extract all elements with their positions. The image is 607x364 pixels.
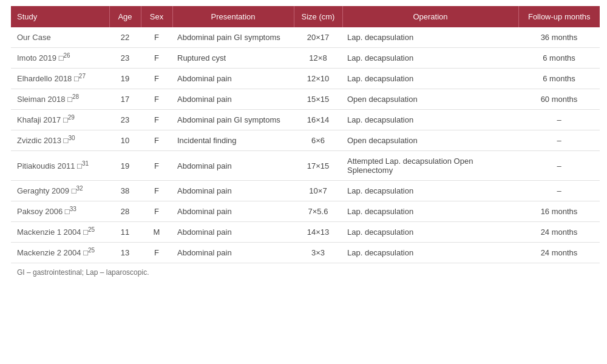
cell-followup: 16 months [518, 201, 600, 222]
cell-followup: 6 months [518, 48, 600, 69]
cell-followup: – [518, 151, 600, 181]
cell-study: Paksoy 2006 □33 [11, 201, 109, 222]
cell-presentation: Abdominal pain [172, 89, 294, 110]
cell-operation: Lap. decapsulation [342, 27, 518, 48]
cell-study: Imoto 2019 □26 [11, 48, 109, 69]
cell-followup: 6 months [518, 69, 600, 89]
cell-operation: Attempted Lap. decapsulation Open Splene… [342, 151, 518, 181]
cell-operation: Open decapsulation [342, 130, 518, 151]
cell-followup: 24 months [518, 222, 600, 243]
cell-size: 20×17 [294, 27, 342, 48]
cell-age: 23 [109, 110, 141, 130]
header-study: Study [11, 6, 109, 27]
cell-operation: Lap. decapsulation [342, 201, 518, 222]
cell-size: 14×13 [294, 222, 342, 243]
cell-followup: – [518, 181, 600, 201]
cell-study: Geraghty 2009 □32 [11, 181, 109, 201]
cell-presentation: Abdominal pain GI symptoms [172, 110, 294, 130]
table-footnote: GI – gastrointestinal; Lap – laparoscopi… [11, 263, 596, 279]
cell-sex: F [141, 130, 172, 151]
cell-followup: – [518, 130, 600, 151]
cell-sex: F [141, 27, 172, 48]
cell-age: 19 [109, 69, 141, 89]
cell-age: 19 [109, 151, 141, 181]
cell-sex: M [141, 222, 172, 243]
header-sex: Sex [141, 6, 172, 27]
header-size: Size (cm) [294, 6, 342, 27]
cell-sex: F [141, 48, 172, 69]
data-table: Study Age Sex Presentation Size (cm) Ope… [11, 6, 600, 263]
cell-operation: Lap. decapsulation [342, 48, 518, 69]
cell-study: Pitiakoudis 2011 □31 [11, 151, 109, 181]
table-row: Elhardello 2018 □2719FAbdominal pain12×1… [11, 69, 600, 89]
cell-followup: 36 months [518, 27, 600, 48]
table-row: Pitiakoudis 2011 □3119FAbdominal pain17×… [11, 151, 600, 181]
header-followup: Follow-up months [518, 6, 600, 27]
cell-study: Sleiman 2018 □28 [11, 89, 109, 110]
cell-size: 12×10 [294, 69, 342, 89]
cell-presentation: Abdominal pain [172, 201, 294, 222]
cell-age: 10 [109, 130, 141, 151]
cell-sex: F [141, 181, 172, 201]
table-row: Mackenzie 1 2004 □2511MAbdominal pain14×… [11, 222, 600, 243]
table-row: Imoto 2019 □2623FRuptured cyst12×8Lap. d… [11, 48, 600, 69]
header-presentation: Presentation [172, 6, 294, 27]
cell-presentation: Abdominal pain [172, 151, 294, 181]
cell-study: Elhardello 2018 □27 [11, 69, 109, 89]
cell-operation: Lap. decapsulation [342, 69, 518, 89]
table-row: Geraghty 2009 □3238FAbdominal pain10×7La… [11, 181, 600, 201]
cell-study: Zvizdic 2013 □30 [11, 130, 109, 151]
cell-operation: Lap. decapsulation [342, 110, 518, 130]
table-row: Khafaji 2017 □2923FAbdominal pain GI sym… [11, 110, 600, 130]
cell-age: 11 [109, 222, 141, 243]
cell-followup: 24 months [518, 243, 600, 263]
cell-age: 17 [109, 89, 141, 110]
cell-sex: F [141, 110, 172, 130]
cell-followup: 60 months [518, 89, 600, 110]
cell-size: 6×6 [294, 130, 342, 151]
cell-operation: Lap. decapsulation [342, 181, 518, 201]
cell-age: 23 [109, 48, 141, 69]
cell-sex: F [141, 151, 172, 181]
cell-operation: Open decapsulation [342, 89, 518, 110]
cell-presentation: Abdominal pain [172, 243, 294, 263]
cell-presentation: Abdominal pain [172, 69, 294, 89]
cell-size: 12×8 [294, 48, 342, 69]
cell-operation: Lap. decapsulation [342, 243, 518, 263]
cell-age: 13 [109, 243, 141, 263]
cell-sex: F [141, 69, 172, 89]
cell-age: 22 [109, 27, 141, 48]
table-row: Sleiman 2018 □2817FAbdominal pain15×15Op… [11, 89, 600, 110]
cell-size: 16×14 [294, 110, 342, 130]
header-operation: Operation [342, 6, 518, 27]
cell-presentation: Incidental finding [172, 130, 294, 151]
cell-size: 3×3 [294, 243, 342, 263]
cell-size: 7×5.6 [294, 201, 342, 222]
header-age: Age [109, 6, 141, 27]
table-row: Zvizdic 2013 □3010FIncidental finding6×6… [11, 130, 600, 151]
cell-followup: – [518, 110, 600, 130]
cell-sex: F [141, 89, 172, 110]
cell-study: Our Case [11, 27, 109, 48]
table-row: Our Case22FAbdominal pain GI symptoms20×… [11, 27, 600, 48]
cell-operation: Lap. decapsulation [342, 222, 518, 243]
cell-study: Mackenzie 1 2004 □25 [11, 222, 109, 243]
cell-presentation: Abdominal pain [172, 181, 294, 201]
cell-size: 15×15 [294, 89, 342, 110]
cell-size: 17×15 [294, 151, 342, 181]
cell-study: Khafaji 2017 □29 [11, 110, 109, 130]
table-header-row: Study Age Sex Presentation Size (cm) Ope… [11, 6, 600, 27]
table-row: Paksoy 2006 □3328FAbdominal pain7×5.6Lap… [11, 201, 600, 222]
cell-sex: F [141, 201, 172, 222]
cell-sex: F [141, 243, 172, 263]
cell-study: Mackenzie 2 2004 □25 [11, 243, 109, 263]
table-row: Mackenzie 2 2004 □2513FAbdominal pain3×3… [11, 243, 600, 263]
cell-presentation: Abdominal pain [172, 222, 294, 243]
table-container: Study Age Sex Presentation Size (cm) Ope… [0, 0, 607, 291]
cell-age: 28 [109, 201, 141, 222]
cell-presentation: Abdominal pain GI symptoms [172, 27, 294, 48]
cell-size: 10×7 [294, 181, 342, 201]
cell-presentation: Ruptured cyst [172, 48, 294, 69]
cell-age: 38 [109, 181, 141, 201]
